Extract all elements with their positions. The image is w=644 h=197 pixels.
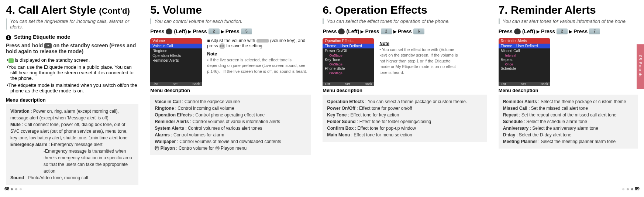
i7d: : Select the meeting planner alarm tone [538,139,616,144]
mute-t: Mute [10,122,21,127]
side-tab-text: 05 Sounds [638,55,643,78]
menu-description-box: Operation Effects : You can select a the… [323,95,486,142]
etiquette-heading: 1 Setting Etiquette mode [6,34,138,40]
dots-right [622,188,633,190]
p6b: (Left) [346,28,359,34]
section-7: 7. Reminder Alerts You can set alert ton… [493,0,644,185]
shot-r4: Reminder Alerts [150,58,202,63]
tri-icon: ▶ [393,29,396,34]
shot-f1: List [325,82,330,86]
shot-f3: Back [365,82,372,86]
left-key-icon [338,28,345,34]
i6t: Main Menu [327,132,350,137]
i6d: : Select the D-day alert tone [516,132,571,137]
shot-r1: Theme User Defined [499,44,550,48]
r1b: User Defined [341,44,362,48]
press-line-7: Press (Left) ▶ Press 2 ▶ Press 7 [499,28,638,34]
p6c: Press [365,28,379,34]
i6d: : Effect tone for menu selection [351,132,412,137]
tri-icon: ▶ [569,29,572,34]
shot-r2: Power On/Off [323,48,374,53]
i3d: : Control phone operating effect tone [193,112,265,118]
i1t: Voice in Call [155,99,180,104]
shot-f2: Set [173,82,178,86]
i5t: System Alerts [155,126,184,131]
emerg-d2: -Emergency message is transmitted when t… [10,148,134,174]
i5d: : Select the anniversary alarm tone [530,126,598,131]
presshold-a: Press and hold [6,43,44,48]
note-text-span: If the live screen is selected, the effe… [207,58,307,74]
i3t: Key Tone [327,112,347,118]
section5-title: 5. Volume [150,4,311,16]
shot-r3s: OnStage [323,62,345,66]
i7t: Wallpaper [155,139,176,144]
tri-icon: ▶ [537,29,540,34]
bullet1: is displayed on the standby screen. [10,57,138,63]
tri-icon: ▶ [188,29,191,34]
shot-f3: Back [192,82,200,86]
shot-r4: Phone Slide [323,66,374,71]
key-5: 5 [241,28,252,34]
press-line-5: Press (Left) ▶ Press 2 ▶ Press 5 [150,28,311,34]
i2t: Power On/Off [327,106,355,111]
shot-r1: Theme User Defined [323,44,374,48]
shot-r4: Schedule [499,66,550,71]
star-key-icon: ＊ [44,43,52,48]
i1d: : Control the earpiece volume [182,99,240,104]
i3d: : Set the repeat count of the missed cal… [519,112,616,118]
key-2: 2 [209,28,220,34]
page-left: 68 [4,186,9,191]
bullet-list: is displayed on the standby screen. You … [6,57,138,94]
shot-r2s: Interval [499,54,519,57]
left-key-icon [166,28,172,34]
shot-f2: Set [345,82,350,86]
key-2: 2 [557,28,568,34]
note-text: • You can set the effect tone with (Volu… [379,47,461,75]
p5d: Press [225,28,240,34]
i5d: : Control volumes of various alert tones [185,126,262,131]
shot-r3: Operation Effects [150,53,202,58]
r1a: Theme [325,44,336,48]
note-text-span: You can set the effect tone with (Volume… [379,47,458,75]
p5c: Press [193,28,207,34]
i3d: : Effect tone for key action [348,112,399,118]
p6d: Press [398,28,412,34]
menu-label: Menu description [150,88,311,93]
p5b: (Left) [174,28,187,34]
menu-label: Menu description [499,88,638,93]
ok-key-icon: OK [219,43,225,49]
etiquette-title: Setting Etiquette mode [14,34,70,40]
vibration-t: Vibration [10,109,30,114]
etiquette-num: 1 [6,35,11,40]
section4-subtitle: You can set the ring/vibrate for incomin… [6,18,138,30]
shot-f2: Set [521,82,526,86]
i4t: Reminder Alerts [155,119,189,124]
section4-title: 4. Call Alert Style (Cont'd) [6,4,138,16]
shot-r1: Voice in Call [150,44,202,48]
section-4: 4. Call Alert Style (Cont'd) You can set… [0,0,144,185]
p6a: Press [323,28,337,34]
title-text: 4. Call Alert Style [6,4,99,16]
i7t: Meeting Planner [503,139,537,144]
shot-r3: Key Tone [323,57,374,62]
i5t: Confirm Box [327,126,354,131]
i2d: : Control incoming call volume [175,106,234,111]
i2d: : Set the missed call alert tone [528,106,588,111]
r1b: User Defined [516,44,538,48]
i1t: Reminder Alerts [503,99,537,104]
i4d: : Control volumes of various information… [190,119,280,124]
p7c: Press [541,28,555,34]
phone-screenshot-reminder: Reminder Alerts Theme User Defined Misse… [499,38,550,86]
key-6: 6 [413,28,424,34]
sound-t: Sound [10,175,24,180]
section6-subtitle: You can select the effect tones for oper… [323,18,486,24]
adj-c: to save the setting. [225,43,264,48]
mute-d: : Call connect tone, power off, dialog b… [10,122,128,140]
shot-f1: List [152,82,158,86]
key-2: 2 [381,28,392,34]
page-num-left: 68 [4,186,22,191]
section6-title: 6. Operation Effects [323,4,486,16]
side-tab: 05 Sounds [637,44,644,89]
phone-screenshot-volume: Volume Voice in Call Ringtone Operation … [150,38,202,86]
menu-description-box: Vibration : Power on, ring, alarm (excep… [6,104,138,185]
